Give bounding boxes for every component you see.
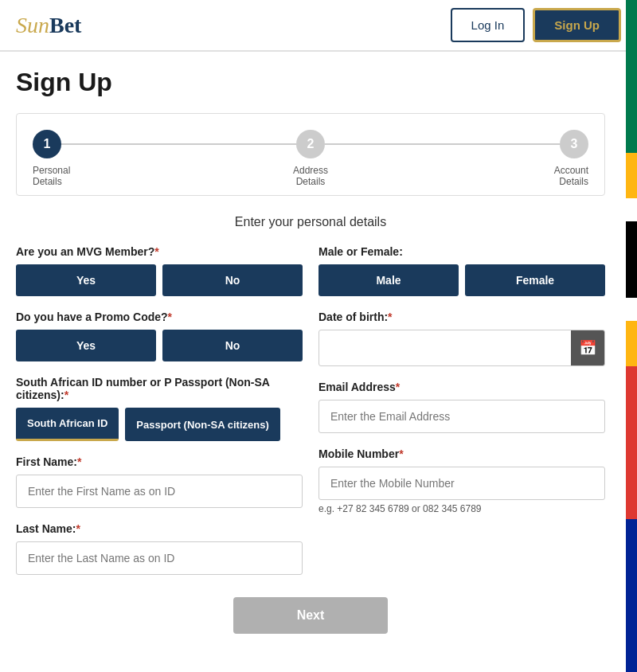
- mobile-hint: e.g. +27 82 345 6789 or 082 345 6789: [318, 503, 605, 514]
- mobile-label: Mobile Number*: [318, 447, 605, 460]
- steps-container: 1 2 3 PersonalDetails AddressDetails Acc…: [16, 113, 605, 196]
- step-2-label: AddressDetails: [279, 165, 342, 187]
- step-2-circle: 2: [296, 130, 325, 158]
- mvg-no-button[interactable]: No: [162, 264, 303, 296]
- dob-label: Date of birth:*: [318, 311, 605, 323]
- id-type-label: South African ID number or P Passport (N…: [16, 376, 303, 401]
- mvg-yes-button[interactable]: Yes: [16, 264, 156, 296]
- form-grid: Are you an MVG Member?* Yes No Do you ha…: [16, 245, 605, 589]
- steps-track: 1 2 3: [33, 130, 588, 158]
- signup-button[interactable]: Sign Up: [533, 8, 621, 42]
- gender-buttons: Male Female: [318, 264, 605, 296]
- female-button[interactable]: Female: [465, 264, 605, 296]
- id-type-buttons: South African ID Passport (Non-SA citize…: [16, 408, 303, 441]
- dob-input[interactable]: [319, 332, 571, 364]
- header: Sun Bet Log In Sign Up: [0, 0, 637, 52]
- first-name-label: First Name:*: [16, 455, 303, 468]
- last-name-input[interactable]: [16, 541, 303, 575]
- logo-bet-text: Bet: [49, 13, 81, 38]
- first-name-input[interactable]: [16, 475, 303, 508]
- step-1-label: PersonalDetails: [33, 165, 96, 187]
- mobile-input[interactable]: [318, 467, 605, 500]
- next-btn-container: Next: [16, 597, 605, 650]
- mvg-group: Are you an MVG Member?* Yes No: [16, 245, 303, 296]
- last-name-group: Last Name:*: [16, 522, 303, 575]
- promo-yes-button[interactable]: Yes: [16, 330, 156, 361]
- right-column: Male or Female: Male Female Date of birt…: [318, 245, 605, 589]
- steps-labels: PersonalDetails AddressDetails AccountDe…: [33, 165, 588, 187]
- email-group: Email Address*: [318, 381, 605, 433]
- promo-no-button[interactable]: No: [162, 330, 303, 361]
- step-line-2: [325, 143, 560, 145]
- passport-button[interactable]: Passport (Non-SA citizens): [125, 408, 279, 441]
- left-column: Are you an MVG Member?* Yes No Do you ha…: [16, 245, 303, 589]
- header-buttons: Log In Sign Up: [451, 8, 621, 42]
- promo-buttons: Yes No: [16, 330, 303, 361]
- step-3-circle: 3: [560, 130, 588, 158]
- south-african-id-button[interactable]: South African ID: [16, 408, 119, 441]
- mobile-group: Mobile Number* e.g. +27 82 345 6789 or 0…: [318, 447, 605, 514]
- dob-group: Date of birth:* 📅: [318, 311, 605, 366]
- first-name-group: First Name:*: [16, 455, 303, 508]
- mvg-buttons: Yes No: [16, 264, 303, 296]
- id-type-group: South African ID number or P Passport (N…: [16, 376, 303, 441]
- page-title: Sign Up: [16, 68, 605, 97]
- gender-label: Male or Female:: [318, 245, 605, 258]
- mvg-label: Are you an MVG Member?*: [16, 245, 303, 258]
- email-label: Email Address*: [318, 381, 605, 393]
- logo-sun-text: Sun: [16, 13, 49, 38]
- male-button[interactable]: Male: [318, 264, 459, 296]
- step-1-circle: 1: [33, 130, 61, 158]
- calendar-icon[interactable]: 📅: [571, 330, 604, 365]
- promo-group: Do you have a Promo Code?* Yes No: [16, 311, 303, 361]
- dob-input-wrapper: 📅: [318, 330, 605, 366]
- gender-group: Male or Female: Male Female: [318, 245, 605, 296]
- step-3-label: AccountDetails: [525, 165, 588, 187]
- main-content: Sign Up 1 2 3 PersonalDetails AddressDet…: [0, 52, 621, 666]
- next-button[interactable]: Next: [233, 597, 389, 634]
- email-input[interactable]: [318, 400, 605, 433]
- logo: Sun Bet: [16, 13, 81, 38]
- step-line-1: [61, 143, 296, 145]
- form-section-title: Enter your personal details: [16, 215, 605, 229]
- last-name-label: Last Name:*: [16, 522, 303, 535]
- login-button[interactable]: Log In: [451, 8, 526, 42]
- promo-label: Do you have a Promo Code?*: [16, 311, 303, 323]
- flag-stripe: [626, 0, 637, 672]
